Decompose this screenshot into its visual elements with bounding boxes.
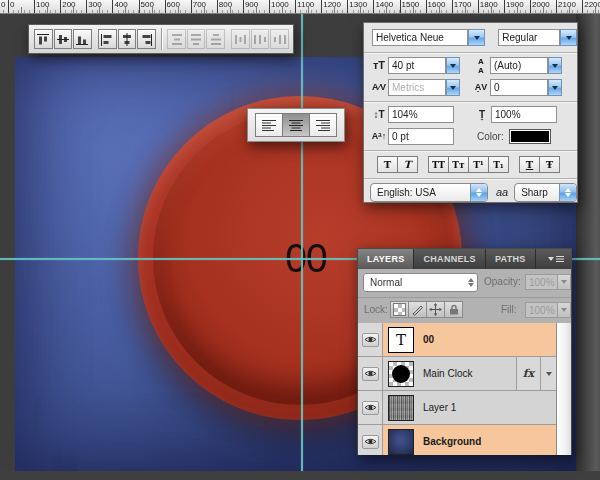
kerning-dropdown-button[interactable] xyxy=(446,79,460,96)
distribute-vertical-centers-button[interactable] xyxy=(187,29,206,49)
ruler-corner-label: 0 xyxy=(1,0,5,9)
baseline-shift-field[interactable]: 0 pt xyxy=(388,128,454,145)
fx-badge[interactable]: fx xyxy=(517,367,540,380)
panel-menu-button[interactable] xyxy=(547,249,571,269)
font-size-field[interactable]: 40 pt xyxy=(388,57,446,74)
fill-dropdown-button[interactable] xyxy=(557,302,571,318)
ruler-label: 400 xyxy=(114,0,127,9)
small-caps-button[interactable]: Tᴛ xyxy=(448,156,469,173)
faux-bold-button[interactable]: T xyxy=(377,156,398,173)
tab-layers[interactable]: LAYERS xyxy=(358,249,414,269)
subscript-button[interactable]: T₁ xyxy=(488,156,509,173)
fill-field[interactable]: 100% xyxy=(525,302,561,318)
layer-row-00[interactable]: T 00 xyxy=(358,323,556,357)
background-layer-thumbnail[interactable] xyxy=(388,429,414,455)
layer-name[interactable]: 00 xyxy=(423,334,434,345)
shape-layer-thumbnail[interactable] xyxy=(388,361,414,387)
blend-opacity-row: Normal Opacity: 100% xyxy=(358,269,571,298)
lock-paint-icon xyxy=(411,303,424,316)
move-tool-options-bar xyxy=(28,24,294,54)
distribute-horizontal-centers-button[interactable] xyxy=(251,29,270,49)
opacity-field[interactable]: 100% xyxy=(525,274,561,290)
strikethrough-button[interactable]: Ŧ xyxy=(539,156,560,173)
leading-dropdown-button[interactable] xyxy=(548,57,562,74)
superscript-button[interactable]: T¹ xyxy=(468,156,489,173)
vertical-scale-field[interactable]: 104% xyxy=(388,106,454,123)
eye-icon xyxy=(364,437,377,446)
layers-panel: LAYERS CHANNELS PATHS Normal Opacity: 10… xyxy=(357,248,572,455)
align-vertical-centers-button[interactable] xyxy=(54,29,73,49)
lock-transparency-button[interactable] xyxy=(390,301,409,318)
visibility-toggle[interactable] xyxy=(362,435,379,449)
language-popup[interactable]: English: USA xyxy=(370,183,488,202)
horizontal-scale-field[interactable]: 100% xyxy=(491,106,557,123)
separator xyxy=(364,150,577,151)
tab-paths[interactable]: PATHS xyxy=(486,249,536,269)
all-caps-button[interactable]: TT xyxy=(428,156,449,173)
opacity-dropdown-button[interactable] xyxy=(557,274,571,290)
layer-row-main-clock[interactable]: Main Clock fx xyxy=(358,357,556,391)
horizontal-scale-icon: T͍ xyxy=(473,110,491,120)
eye-icon xyxy=(364,369,377,378)
fill-label: Fill: xyxy=(501,304,517,315)
font-family-dropdown-button[interactable] xyxy=(468,29,485,46)
distribute-left-edges-button[interactable] xyxy=(231,29,250,49)
texture-layer-thumbnail[interactable] xyxy=(388,395,414,421)
layer-name[interactable]: Background xyxy=(423,436,481,447)
pasteboard-bottom xyxy=(0,471,600,480)
visibility-toggle[interactable] xyxy=(362,401,379,415)
font-size-dropdown-button[interactable] xyxy=(446,57,460,74)
tracking-field[interactable]: 0 xyxy=(490,79,548,96)
blend-mode-popup[interactable]: Normal xyxy=(363,273,478,292)
distribute-top-edges-button[interactable] xyxy=(167,29,186,49)
vertical-guide[interactable] xyxy=(301,14,303,471)
panel-tab-bar: LAYERS CHANNELS PATHS xyxy=(358,249,571,269)
layer-row-background[interactable]: Background xyxy=(358,425,556,455)
anti-alias-popup[interactable]: Sharp xyxy=(514,183,577,202)
lock-all-button[interactable] xyxy=(444,301,463,318)
align-bottom-edges-button[interactable] xyxy=(73,29,92,49)
faux-italic-button[interactable]: T xyxy=(397,156,418,173)
lock-paint-button[interactable] xyxy=(408,301,427,318)
tracking-dropdown-button[interactable] xyxy=(548,79,562,96)
layer-row-layer-1[interactable]: Layer 1 xyxy=(358,391,556,425)
distribute-right-edges-button[interactable] xyxy=(270,29,289,49)
align-text-right-button[interactable] xyxy=(309,113,337,137)
lock-position-button[interactable] xyxy=(426,301,445,318)
align-left-edges-button[interactable] xyxy=(98,29,117,49)
font-style-field[interactable]: Regular xyxy=(498,29,560,46)
text-layer-thumbnail[interactable]: T xyxy=(388,327,414,353)
font-family-field[interactable]: Helvetica Neue xyxy=(372,29,468,46)
kerning-field[interactable]: Metrics xyxy=(388,79,446,96)
lock-transparency-icon xyxy=(393,303,406,316)
leading-field[interactable]: (Auto) xyxy=(490,57,548,74)
eye-icon xyxy=(364,403,377,412)
color-label: Color: xyxy=(477,131,504,142)
horizontal-ruler[interactable]: 0 01002003004005006007008009001000110012… xyxy=(0,0,600,14)
fx-expand-button[interactable] xyxy=(540,357,556,390)
ruler-label: 600 xyxy=(167,0,180,9)
visibility-toggle[interactable] xyxy=(362,333,379,347)
align-text-left-button[interactable] xyxy=(255,113,283,137)
ruler-label: 1400 xyxy=(375,0,393,9)
tab-channels[interactable]: CHANNELS xyxy=(414,249,485,269)
layer-name[interactable]: Main Clock xyxy=(423,368,472,379)
ruler-label: 1200 xyxy=(323,0,341,9)
align-top-edges-button[interactable] xyxy=(34,29,53,49)
align-text-center-button[interactable] xyxy=(282,113,310,137)
align-right-edges-button[interactable] xyxy=(137,29,156,49)
separator xyxy=(364,178,577,179)
separator xyxy=(364,52,577,53)
layer-list: T 00 Main Clock fx Layer 1 Backgr xyxy=(358,323,556,455)
dropdown-arrow-icon xyxy=(566,36,572,40)
ruler-label: 300 xyxy=(88,0,101,9)
visibility-toggle[interactable] xyxy=(362,367,379,381)
distribute-bottom-edges-button[interactable] xyxy=(206,29,225,49)
text-color-swatch[interactable] xyxy=(509,129,551,144)
visibility-cell xyxy=(358,357,383,390)
font-style-dropdown-button[interactable] xyxy=(560,29,577,46)
layers-scrollbar[interactable] xyxy=(556,323,572,455)
align-horizontal-centers-button[interactable] xyxy=(118,29,137,49)
layer-name[interactable]: Layer 1 xyxy=(423,402,456,413)
underline-button[interactable]: T xyxy=(519,156,540,173)
